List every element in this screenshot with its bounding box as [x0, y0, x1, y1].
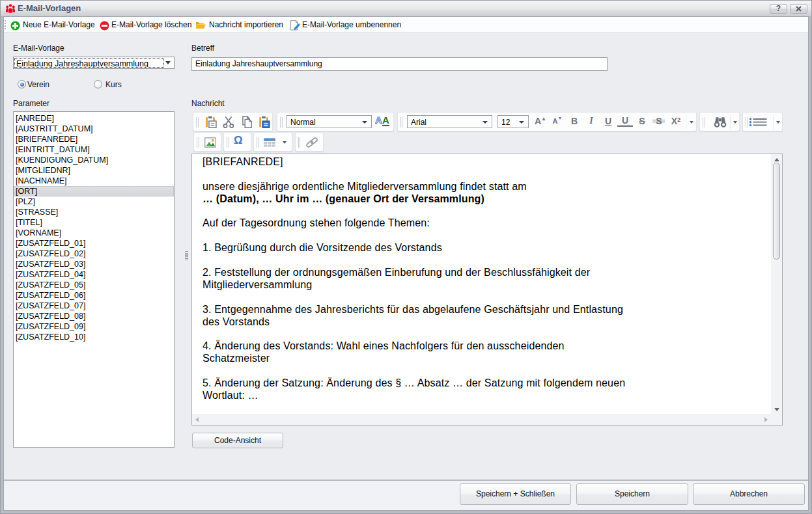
svg-text:A: A — [375, 115, 382, 126]
svg-text:A: A — [382, 115, 389, 126]
